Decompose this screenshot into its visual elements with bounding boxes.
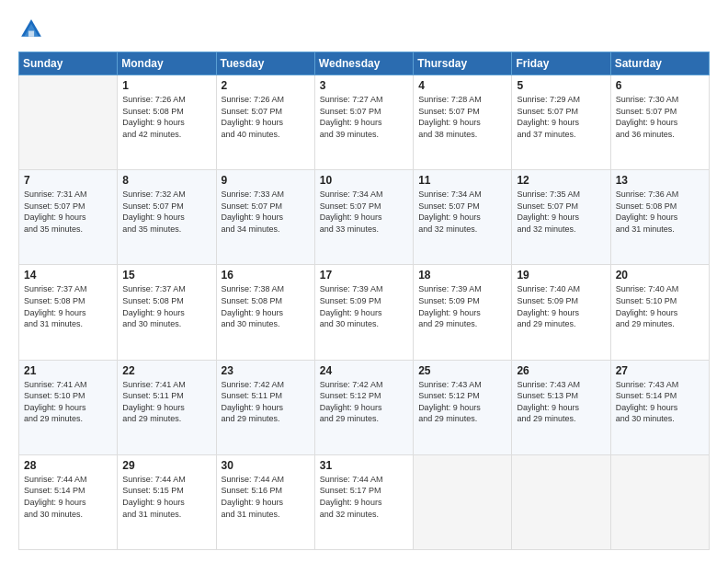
weekday-header-friday: Friday [512,52,610,75]
calendar-cell: 9Sunrise: 7:33 AM Sunset: 5:07 PM Daylig… [216,170,314,265]
calendar-cell: 16Sunrise: 7:38 AM Sunset: 5:08 PM Dayli… [216,265,314,360]
day-info: Sunrise: 7:26 AM Sunset: 5:07 PM Dayligh… [222,94,310,140]
day-number: 12 [517,174,605,187]
calendar-cell: 5Sunrise: 7:29 AM Sunset: 5:07 PM Daylig… [512,75,610,170]
day-number: 1 [122,79,210,92]
day-number: 2 [222,79,310,92]
day-info: Sunrise: 7:26 AM Sunset: 5:08 PM Dayligh… [122,94,210,140]
day-info: Sunrise: 7:34 AM Sunset: 5:07 PM Dayligh… [418,189,506,235]
day-info: Sunrise: 7:31 AM Sunset: 5:07 PM Dayligh… [24,189,112,235]
day-info: Sunrise: 7:41 AM Sunset: 5:10 PM Dayligh… [24,379,112,425]
day-number: 20 [616,269,704,282]
day-info: Sunrise: 7:36 AM Sunset: 5:08 PM Dayligh… [616,189,704,235]
day-number: 19 [517,269,605,282]
calendar-cell: 7Sunrise: 7:31 AM Sunset: 5:07 PM Daylig… [19,170,118,265]
day-info: Sunrise: 7:41 AM Sunset: 5:11 PM Dayligh… [122,379,210,425]
day-info: Sunrise: 7:39 AM Sunset: 5:09 PM Dayligh… [418,283,506,329]
day-number: 24 [320,364,408,377]
calendar-cell [610,454,709,549]
header [18,17,710,42]
day-number: 31 [320,459,408,472]
day-info: Sunrise: 7:27 AM Sunset: 5:07 PM Dayligh… [320,94,408,140]
day-info: Sunrise: 7:44 AM Sunset: 5:15 PM Dayligh… [122,474,210,520]
day-info: Sunrise: 7:42 AM Sunset: 5:12 PM Dayligh… [320,379,408,425]
calendar-cell [414,454,512,549]
calendar-cell: 1Sunrise: 7:26 AM Sunset: 5:08 PM Daylig… [118,75,216,170]
day-number: 28 [24,459,112,472]
day-number: 9 [222,174,310,187]
weekday-header-monday: Monday [118,52,216,75]
weekday-header-wednesday: Wednesday [314,52,413,75]
day-number: 22 [122,364,210,377]
calendar-cell: 8Sunrise: 7:32 AM Sunset: 5:07 PM Daylig… [118,170,216,265]
day-info: Sunrise: 7:33 AM Sunset: 5:07 PM Dayligh… [222,189,310,235]
day-number: 14 [24,269,112,282]
day-info: Sunrise: 7:43 AM Sunset: 5:13 PM Dayligh… [517,379,605,425]
calendar-table: SundayMondayTuesdayWednesdayThursdayFrid… [18,52,710,550]
day-number: 10 [320,174,408,187]
calendar-cell: 21Sunrise: 7:41 AM Sunset: 5:10 PM Dayli… [19,360,118,454]
day-info: Sunrise: 7:37 AM Sunset: 5:08 PM Dayligh… [24,283,112,329]
day-info: Sunrise: 7:44 AM Sunset: 5:16 PM Dayligh… [222,474,310,520]
calendar-cell: 4Sunrise: 7:28 AM Sunset: 5:07 PM Daylig… [414,75,512,170]
calendar-cell: 29Sunrise: 7:44 AM Sunset: 5:15 PM Dayli… [118,454,216,549]
day-number: 29 [122,459,210,472]
day-number: 25 [418,364,506,377]
calendar-cell: 20Sunrise: 7:40 AM Sunset: 5:10 PM Dayli… [610,265,709,360]
day-info: Sunrise: 7:40 AM Sunset: 5:10 PM Dayligh… [616,283,704,329]
day-info: Sunrise: 7:40 AM Sunset: 5:09 PM Dayligh… [517,283,605,329]
calendar-cell [19,75,118,170]
calendar-cell: 27Sunrise: 7:43 AM Sunset: 5:14 PM Dayli… [610,360,709,454]
day-info: Sunrise: 7:37 AM Sunset: 5:08 PM Dayligh… [122,283,210,329]
calendar-cell: 15Sunrise: 7:37 AM Sunset: 5:08 PM Dayli… [118,265,216,360]
calendar-cell: 30Sunrise: 7:44 AM Sunset: 5:16 PM Dayli… [216,454,314,549]
calendar-cell: 11Sunrise: 7:34 AM Sunset: 5:07 PM Dayli… [414,170,512,265]
day-info: Sunrise: 7:44 AM Sunset: 5:14 PM Dayligh… [24,474,112,520]
weekday-header-saturday: Saturday [610,52,709,75]
day-info: Sunrise: 7:34 AM Sunset: 5:07 PM Dayligh… [320,189,408,235]
day-number: 27 [616,364,704,377]
logo-icon [18,17,44,42]
day-info: Sunrise: 7:43 AM Sunset: 5:14 PM Dayligh… [616,379,704,425]
calendar-cell: 23Sunrise: 7:42 AM Sunset: 5:11 PM Dayli… [216,360,314,454]
day-number: 21 [24,364,112,377]
day-number: 26 [517,364,605,377]
day-number: 16 [222,269,310,282]
calendar-cell: 18Sunrise: 7:39 AM Sunset: 5:09 PM Dayli… [414,265,512,360]
day-info: Sunrise: 7:42 AM Sunset: 5:11 PM Dayligh… [222,379,310,425]
calendar-cell: 14Sunrise: 7:37 AM Sunset: 5:08 PM Dayli… [19,265,118,360]
calendar-cell: 22Sunrise: 7:41 AM Sunset: 5:11 PM Dayli… [118,360,216,454]
day-number: 3 [320,79,408,92]
calendar-cell: 26Sunrise: 7:43 AM Sunset: 5:13 PM Dayli… [512,360,610,454]
day-number: 13 [616,174,704,187]
calendar-cell: 6Sunrise: 7:30 AM Sunset: 5:07 PM Daylig… [610,75,709,170]
calendar-cell: 31Sunrise: 7:44 AM Sunset: 5:17 PM Dayli… [314,454,413,549]
day-info: Sunrise: 7:29 AM Sunset: 5:07 PM Dayligh… [517,94,605,140]
calendar-cell: 19Sunrise: 7:40 AM Sunset: 5:09 PM Dayli… [512,265,610,360]
day-number: 23 [222,364,310,377]
day-info: Sunrise: 7:32 AM Sunset: 5:07 PM Dayligh… [122,189,210,235]
day-info: Sunrise: 7:44 AM Sunset: 5:17 PM Dayligh… [320,474,408,520]
calendar-cell: 24Sunrise: 7:42 AM Sunset: 5:12 PM Dayli… [314,360,413,454]
calendar-cell: 12Sunrise: 7:35 AM Sunset: 5:07 PM Dayli… [512,170,610,265]
weekday-header-sunday: Sunday [19,52,118,75]
day-info: Sunrise: 7:39 AM Sunset: 5:09 PM Dayligh… [320,283,408,329]
day-info: Sunrise: 7:43 AM Sunset: 5:12 PM Dayligh… [418,379,506,425]
weekday-header-thursday: Thursday [414,52,512,75]
day-number: 30 [222,459,310,472]
calendar-cell: 25Sunrise: 7:43 AM Sunset: 5:12 PM Dayli… [414,360,512,454]
calendar-cell: 2Sunrise: 7:26 AM Sunset: 5:07 PM Daylig… [216,75,314,170]
day-number: 11 [418,174,506,187]
day-info: Sunrise: 7:38 AM Sunset: 5:08 PM Dayligh… [222,283,310,329]
calendar-page: SundayMondayTuesdayWednesdayThursdayFrid… [0,0,728,563]
day-number: 15 [122,269,210,282]
calendar-cell [512,454,610,549]
svg-rect-2 [28,31,34,37]
calendar-cell: 17Sunrise: 7:39 AM Sunset: 5:09 PM Dayli… [314,265,413,360]
calendar-cell: 3Sunrise: 7:27 AM Sunset: 5:07 PM Daylig… [314,75,413,170]
weekday-header-tuesday: Tuesday [216,52,314,75]
day-number: 7 [24,174,112,187]
day-info: Sunrise: 7:35 AM Sunset: 5:07 PM Dayligh… [517,189,605,235]
day-number: 8 [122,174,210,187]
calendar-cell: 13Sunrise: 7:36 AM Sunset: 5:08 PM Dayli… [610,170,709,265]
